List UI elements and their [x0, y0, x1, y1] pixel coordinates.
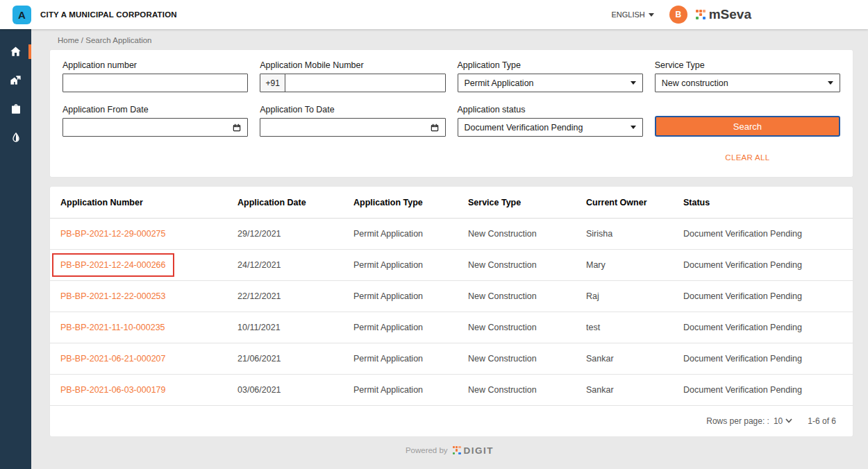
service-type-value: New construction	[662, 78, 728, 88]
application-type-label: Application Type	[458, 60, 643, 70]
application-status-select[interactable]: Document Verification Pending	[458, 118, 643, 137]
service-type-cell: New Construction	[468, 385, 586, 395]
col-application-date: Application Date	[237, 198, 353, 207]
status-cell: Document Verification Pending	[683, 354, 853, 364]
application-number-cell: PB-BP-2021-06-03-000179	[60, 385, 237, 395]
user-avatar[interactable]: B	[669, 6, 687, 24]
application-status-label: Application status	[458, 105, 643, 114]
avatar-letter: B	[675, 10, 681, 19]
search-button-wrap: Search	[655, 105, 840, 137]
application-status-field: Application status Document Verification…	[458, 105, 643, 137]
application-type-cell: Permit Application	[353, 354, 468, 364]
top-header: A CITY A MUNICIPAL CORPORATION ENGLISH B…	[0, 0, 868, 29]
application-type-field: Application Type Permit Application	[458, 60, 643, 92]
from-date-label: Application From Date	[62, 105, 248, 114]
sidebar-item-building-permit[interactable]	[0, 66, 31, 94]
powered-by-text: Powered by	[406, 446, 448, 454]
application-number-cell: PB-BP-2021-12-22-000253	[60, 291, 237, 301]
digit-logo[interactable]: DIGIT	[453, 445, 494, 456]
from-date-field: Application From Date	[62, 105, 248, 137]
water-drop-icon	[10, 132, 22, 143]
current-owner-cell: Raj	[586, 291, 683, 301]
table-row: PB-BP-2021-11-10-000235 10/11/2021 Permi…	[50, 312, 853, 343]
table-row: PB-BP-2021-12-22-000253 22/12/2021 Permi…	[50, 281, 853, 312]
service-type-cell: New Construction	[468, 260, 586, 270]
service-type-cell: New Construction	[468, 229, 586, 239]
breadcrumb: Home / Search Application	[31, 29, 868, 50]
pagination-bar: Rows per page: : 10 1-6 of 6	[50, 406, 853, 436]
application-number-link[interactable]: PB-BP-2021-11-10-000235	[60, 323, 165, 332]
mseva-logo: mSeva	[696, 7, 751, 22]
search-button[interactable]: Search	[655, 116, 840, 137]
service-type-label: Service Type	[655, 60, 840, 70]
application-status-value: Document Verification Pending	[465, 123, 583, 133]
application-type-cell: Permit Application	[353, 323, 468, 332]
application-number-cell: PB-BP-2021-06-21-000207	[60, 354, 237, 364]
clear-all-row: CLEAR ALL	[655, 151, 840, 163]
status-cell: Document Verification Pending	[683, 229, 853, 239]
mobile-number-input[interactable]	[285, 74, 444, 92]
application-number-link[interactable]: PB-BP-2021-12-24-000266	[52, 253, 174, 277]
service-type-select[interactable]: New construction	[655, 74, 840, 92]
application-type-cell: Permit Application	[353, 229, 468, 239]
current-owner-cell: Mary	[586, 260, 683, 270]
results-table-card: Application Number Application Date Appl…	[50, 187, 853, 436]
sidebar-item-employee-services[interactable]	[0, 94, 31, 123]
sidebar-item-water-sewerage[interactable]	[0, 123, 31, 151]
mobile-number-field: Application Mobile Number +91	[260, 60, 445, 92]
col-status: Status	[683, 198, 853, 207]
rows-per-page-label: Rows per page: :	[706, 416, 769, 426]
city-name: CITY A MUNICIPAL CORPORATION	[40, 10, 177, 19]
current-owner-cell: Sankar	[586, 385, 683, 395]
mobile-number-label: Application Mobile Number	[260, 60, 445, 70]
application-number-cell: PB-BP-2021-12-29-000275	[60, 229, 237, 239]
language-selector[interactable]: ENGLISH	[611, 10, 653, 19]
digit-dots-icon	[453, 446, 461, 454]
application-number-field: Application number	[62, 60, 248, 92]
application-type-value: Permit Application	[465, 78, 534, 88]
status-cell: Document Verification Pending	[683, 260, 853, 270]
application-number-link[interactable]: PB-BP-2021-12-29-000275	[60, 229, 166, 239]
from-date-input[interactable]	[62, 118, 248, 137]
current-owner-cell: Sirisha	[586, 229, 683, 239]
table-row: PB-BP-2021-12-29-000275 29/12/2021 Permi…	[50, 219, 853, 250]
calendar-icon	[430, 123, 440, 133]
to-date-label: Application To Date	[260, 105, 445, 114]
table-row: PB-BP-2021-06-21-000207 21/06/2021 Permi…	[50, 343, 853, 375]
to-date-field: Application To Date	[260, 105, 445, 137]
application-number-link[interactable]: PB-BP-2021-06-21-000207	[60, 354, 166, 364]
mobile-prefix: +91	[260, 74, 285, 92]
status-cell: Document Verification Pending	[683, 323, 853, 332]
application-number-label: Application number	[62, 60, 248, 70]
chevron-down-icon	[631, 81, 636, 85]
header-right: ENGLISH B mSeva	[611, 6, 751, 24]
clear-all-link[interactable]: CLEAR ALL	[725, 153, 769, 162]
mseva-dots-icon	[696, 10, 706, 19]
application-date-cell: 21/06/2021	[237, 354, 353, 364]
status-cell: Document Verification Pending	[683, 291, 853, 301]
application-number-input[interactable]	[63, 74, 247, 92]
sidebar-item-home[interactable]	[0, 37, 31, 66]
current-owner-cell: Sankar	[586, 354, 683, 364]
chevron-down-icon	[649, 13, 654, 17]
col-current-owner: Current Owner	[586, 198, 683, 207]
rows-per-page-select[interactable]: 10	[774, 416, 792, 426]
table-row: PB-BP-2021-12-24-000266 24/12/2021 Permi…	[50, 250, 853, 281]
col-service-type: Service Type	[468, 198, 586, 207]
application-number-link[interactable]: PB-BP-2021-12-22-000253	[60, 291, 166, 301]
mseva-brand-text: mSeva	[709, 7, 751, 22]
building-permit-icon	[9, 74, 22, 87]
application-type-select[interactable]: Permit Application	[458, 74, 643, 92]
home-icon	[9, 45, 22, 58]
calendar-icon	[232, 123, 242, 133]
to-date-input[interactable]	[260, 118, 445, 137]
language-label: ENGLISH	[611, 10, 644, 19]
application-date-cell: 03/06/2021	[237, 385, 353, 395]
city-logo: A	[12, 6, 31, 24]
application-number-link[interactable]: PB-BP-2021-06-03-000179	[60, 385, 166, 395]
service-type-cell: New Construction	[468, 291, 586, 301]
table-body: PB-BP-2021-12-29-000275 29/12/2021 Permi…	[50, 219, 853, 406]
col-application-type: Application Type	[353, 198, 468, 207]
table-header-row: Application Number Application Date Appl…	[50, 187, 853, 219]
main-content: Home / Search Application Application nu…	[31, 29, 868, 469]
